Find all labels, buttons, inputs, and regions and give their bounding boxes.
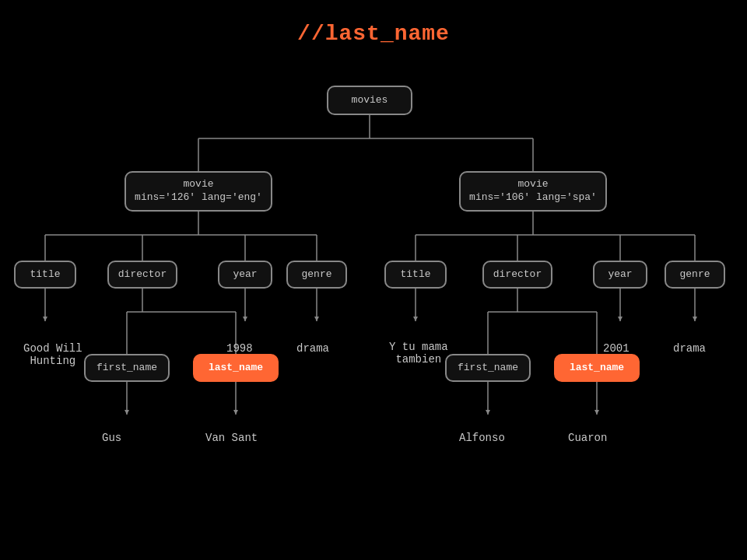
svg-marker-29 xyxy=(314,317,319,321)
svg-marker-39 xyxy=(233,410,238,415)
node-movie2: moviemins='106' lang='spa' xyxy=(459,171,607,212)
node-year1: year xyxy=(218,261,272,289)
node-first_name1: first_name xyxy=(84,354,170,382)
node-title1: title xyxy=(14,261,76,289)
svg-marker-43 xyxy=(594,410,599,415)
node-movie1: moviemins='126' lang='eng' xyxy=(124,171,272,212)
leaf-year2001: 2001 xyxy=(603,342,630,355)
leaf-alfonso: Alfonso xyxy=(459,432,505,444)
svg-marker-27 xyxy=(243,317,247,321)
leaf-goodwill: Good WillHunting xyxy=(23,342,82,367)
node-director2: director xyxy=(482,261,552,289)
node-last_name2: last_name xyxy=(554,354,640,382)
node-director1: director xyxy=(107,261,177,289)
node-movies: movies xyxy=(327,86,412,115)
node-title2: title xyxy=(384,261,447,289)
leaf-ytuma: Y tu mamatambien xyxy=(389,341,448,366)
tree-lines xyxy=(0,62,747,560)
leaf-drama1: drama xyxy=(296,342,329,355)
node-genre2: genre xyxy=(665,261,725,289)
leaf-gus: Gus xyxy=(102,432,121,444)
node-genre1: genre xyxy=(286,261,347,289)
page-title: //last_name xyxy=(0,0,747,46)
leaf-drama2: drama xyxy=(673,342,706,355)
leaf-year1998: 1998 xyxy=(226,342,253,355)
svg-marker-41 xyxy=(486,410,490,415)
node-first_name2: first_name xyxy=(445,354,531,382)
svg-marker-25 xyxy=(43,317,47,321)
leaf-vansant: Van Sant xyxy=(205,432,258,444)
svg-marker-37 xyxy=(124,410,129,415)
node-year2: year xyxy=(593,261,647,289)
leaf-cuaron: Cuaron xyxy=(568,432,607,444)
svg-marker-31 xyxy=(413,317,418,321)
svg-marker-35 xyxy=(693,317,697,321)
tree-diagram: moviesmoviemins='126' lang='eng'moviemin… xyxy=(0,62,747,560)
node-last_name1: last_name xyxy=(193,354,279,382)
svg-marker-33 xyxy=(618,317,622,321)
